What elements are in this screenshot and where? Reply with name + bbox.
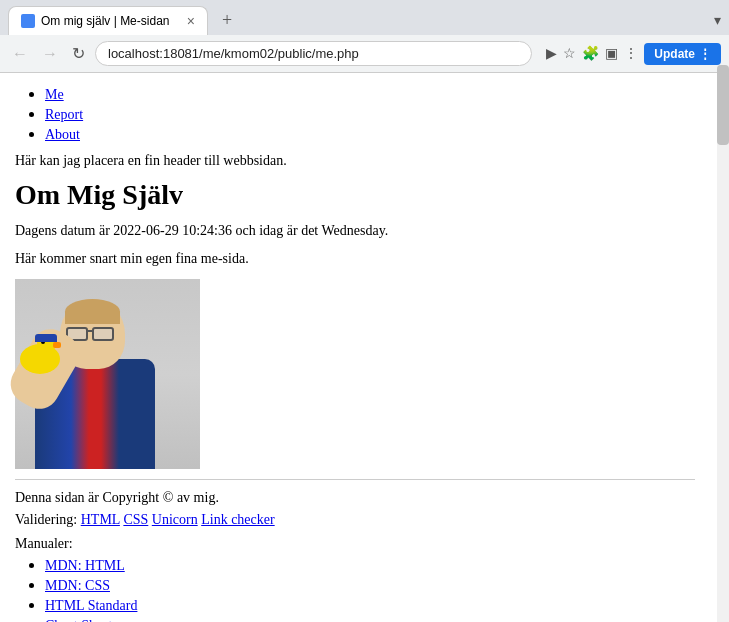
reload-button[interactable]: ↻ [68, 42, 89, 65]
nav-link-report[interactable]: Report [45, 107, 83, 122]
validation-link-html[interactable]: HTML [81, 512, 120, 527]
coming-text: Här kommer snart min egen fina me-sida. [15, 251, 695, 267]
address-bar[interactable]: localhost:18081/me/kmom02/public/me.php [95, 41, 532, 66]
date-text: Dagens datum är 2022-06-29 10:24:36 och … [15, 223, 695, 239]
new-tab-button[interactable]: + [216, 8, 238, 33]
page-title: Om Mig Själv [15, 179, 695, 211]
page-content: Me Report About Här kan jag placera en f… [0, 73, 710, 622]
active-tab[interactable]: Om mig själv | Me-sidan × [8, 6, 208, 35]
nav-link-about[interactable]: About [45, 127, 80, 142]
manual-link-cheat-sheet[interactable]: Cheat Sheet [45, 618, 112, 622]
manuals-list: MDN: HTML MDN: CSS HTML Standard Cheat S… [15, 556, 695, 622]
back-button[interactable]: ← [8, 43, 32, 65]
validation-label: Validering: [15, 512, 77, 527]
browser-chrome: Om mig själv | Me-sidan × + ▾ ← → ↻ loca… [0, 0, 729, 73]
validation-link-css[interactable]: CSS [123, 512, 148, 527]
nav-link-me[interactable]: Me [45, 87, 64, 102]
tab-close-button[interactable]: × [187, 13, 195, 29]
tab-right-controls: ▾ [714, 12, 721, 29]
profile-image [15, 279, 695, 469]
window-icon[interactable]: ▣ [605, 45, 618, 62]
copyright-text: Denna sidan är Copyright © av mig. [15, 490, 695, 506]
divider [15, 479, 695, 480]
puzzle-icon[interactable]: 🧩 [582, 45, 599, 62]
nav-bar: ← → ↻ localhost:18081/me/kmom02/public/m… [0, 35, 729, 72]
manual-link-mdn-html[interactable]: MDN: HTML [45, 558, 125, 573]
menu-icon[interactable]: ⋮ [624, 45, 638, 62]
portrait [15, 279, 200, 469]
tab-favicon [21, 14, 35, 28]
tab-bar: Om mig själv | Me-sidan × + ▾ [0, 0, 729, 35]
main-nav: Me Report About [15, 85, 695, 143]
star-icon[interactable]: ☆ [563, 45, 576, 62]
address-text: localhost:18081/me/kmom02/public/me.php [108, 46, 519, 61]
manual-link-mdn-css[interactable]: MDN: CSS [45, 578, 110, 593]
scrollbar-track[interactable] [717, 65, 729, 622]
forward-button[interactable]: → [38, 43, 62, 65]
manuals-label: Manualer: [15, 536, 695, 552]
validation-link-linkchecker[interactable]: Link checker [201, 512, 274, 527]
manual-link-html-standard[interactable]: HTML Standard [45, 598, 137, 613]
update-button[interactable]: Update ⋮ [644, 43, 721, 65]
play-icon[interactable]: ▶ [546, 45, 557, 62]
nav-right-icons: ▶ ☆ 🧩 ▣ ⋮ Update ⋮ [546, 43, 721, 65]
validation-link-unicorn[interactable]: Unicorn [152, 512, 198, 527]
tab-title: Om mig själv | Me-sidan [41, 14, 179, 28]
header-text: Här kan jag placera en fin header till w… [15, 153, 695, 169]
validation-row: Validering: HTML CSS Unicorn Link checke… [15, 512, 695, 528]
scrollbar-thumb[interactable] [717, 65, 729, 145]
